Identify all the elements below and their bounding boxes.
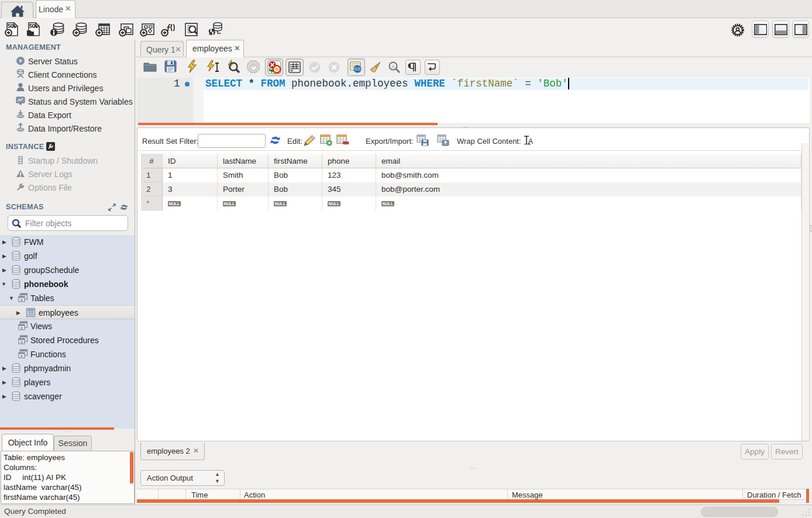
svg-text:A: A: [391, 64, 395, 70]
